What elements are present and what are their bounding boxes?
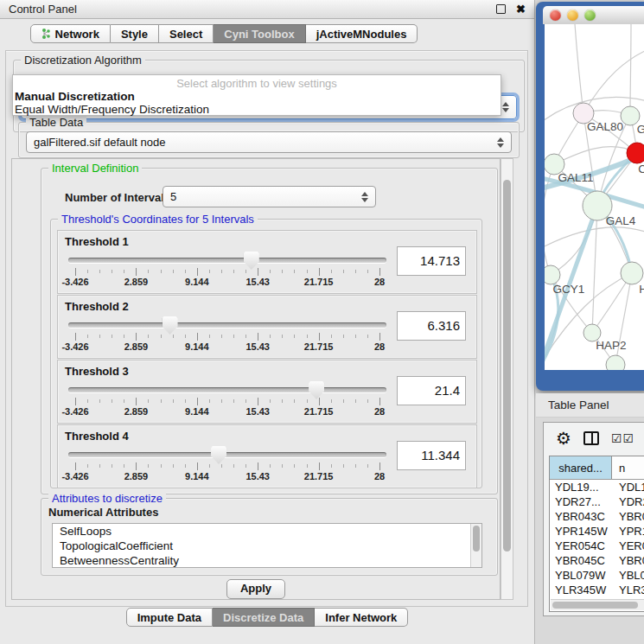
numerical-attributes-list[interactable]: SelfLoopsTopologicalCoefficientBetweenne… bbox=[52, 523, 482, 568]
network-node-c[interactable] bbox=[627, 143, 644, 163]
tab-style[interactable]: Style bbox=[111, 24, 159, 43]
network-window-titlebar bbox=[543, 6, 644, 24]
cell-name: YDR2 bbox=[612, 494, 644, 509]
split-columns-icon[interactable] bbox=[583, 431, 599, 445]
minimize-traffic-light-icon[interactable] bbox=[567, 10, 578, 21]
threshold-value-field[interactable]: 14.713 bbox=[397, 246, 466, 276]
attributes-title: Attributes to discretize bbox=[48, 492, 166, 505]
threshold-slider-1[interactable]: -3.4262.8599.14415.4321.71528 bbox=[68, 252, 386, 291]
network-node-gcy1[interactable] bbox=[545, 265, 560, 284]
algorithm-option-equal-width-frequency-discretization[interactable]: Equal Width/Frequency Discretization bbox=[13, 103, 501, 116]
table-row[interactable]: YLR345WYLR3 bbox=[550, 583, 644, 597]
slider-thumb[interactable] bbox=[211, 446, 226, 464]
table-panel-window: ⚙ ☑☑ shared... n YDL19...YDL1YDR27...YDR… bbox=[543, 422, 644, 616]
tab-label: Network bbox=[55, 28, 99, 41]
threshold-value-field[interactable]: 11.344 bbox=[397, 441, 466, 470]
number-of-intervals-label: Number of Intervals bbox=[65, 191, 170, 204]
slider-scale-labels: -3.4262.8599.14415.4321.71528 bbox=[75, 406, 379, 418]
table-row[interactable]: YBR045CYBR0 bbox=[550, 553, 644, 568]
slider-thumb[interactable] bbox=[163, 316, 178, 335]
apply-button[interactable]: Apply bbox=[226, 579, 285, 599]
network-edge[interactable] bbox=[592, 206, 597, 333]
network-edge[interactable] bbox=[545, 227, 644, 251]
attribute-item-topologicalcoefficient[interactable]: TopologicalCoefficient bbox=[53, 539, 481, 553]
attribute-item-selfloops[interactable]: SelfLoops bbox=[53, 524, 481, 539]
threshold-label: Threshold 1 bbox=[65, 235, 129, 248]
float-window-icon[interactable] bbox=[496, 4, 506, 14]
table-row[interactable]: YER054CYER0 bbox=[550, 539, 644, 553]
algorithm-options: Manual DiscretizationEqual Width/Frequen… bbox=[13, 90, 501, 116]
cell-name: YER0 bbox=[612, 539, 644, 553]
cell-shared-name: YER054C bbox=[550, 539, 612, 553]
node-attribute-table[interactable]: shared... n YDL19...YDL1YDR27...YDR2YBR0… bbox=[549, 456, 644, 612]
tab-impute-data[interactable]: Impute Data bbox=[126, 608, 213, 627]
network-edge[interactable] bbox=[575, 24, 583, 113]
network-node-h[interactable] bbox=[621, 262, 643, 284]
tab-cyni-toolbox[interactable]: Cyni Toolbox bbox=[214, 24, 305, 43]
tab-network[interactable]: Network bbox=[30, 24, 111, 43]
cell-name: YBR0 bbox=[612, 509, 644, 524]
slider-thumb[interactable] bbox=[244, 252, 259, 270]
number-of-intervals-combobox[interactable]: 5 bbox=[163, 186, 376, 207]
table-row[interactable]: YDR27...YDR2 bbox=[550, 494, 644, 509]
app-root: Control Panel ✖ NetworkStyleSelectCyni T… bbox=[0, 0, 644, 644]
network-edge[interactable] bbox=[583, 48, 644, 113]
zoom-traffic-light-icon[interactable] bbox=[584, 10, 596, 21]
close-traffic-light-icon[interactable] bbox=[550, 10, 561, 21]
table-row[interactable]: YBL079WYBL0 bbox=[550, 568, 644, 583]
tab-label: Style bbox=[121, 28, 148, 41]
scale-label: 2.859 bbox=[124, 277, 149, 287]
network-edge[interactable] bbox=[630, 24, 631, 116]
slider-track[interactable] bbox=[68, 322, 386, 328]
attributes-scrollbar[interactable] bbox=[470, 524, 481, 567]
slider-track[interactable] bbox=[68, 387, 386, 392]
slider-track[interactable] bbox=[68, 452, 386, 457]
network-node[interactable] bbox=[606, 355, 625, 370]
tab-label: Cyni Toolbox bbox=[224, 28, 294, 41]
scale-label: -3.426 bbox=[61, 471, 88, 481]
stepper-arrows-icon bbox=[361, 192, 368, 202]
scale-label: 2.859 bbox=[124, 406, 149, 417]
algorithm-option-manual-discretization[interactable]: Manual Discretization bbox=[13, 90, 501, 103]
threshold-slider-2[interactable]: -3.4262.8599.14415.4321.71528 bbox=[68, 316, 386, 356]
tab-infer-network[interactable]: Infer Network bbox=[315, 608, 408, 627]
scale-label: 9.144 bbox=[185, 406, 209, 417]
table-panel-title: Table Panel bbox=[548, 399, 609, 411]
cell-name: YLR3 bbox=[612, 583, 644, 597]
scale-label: 28 bbox=[374, 341, 385, 352]
column-header-name[interactable]: n bbox=[612, 456, 644, 479]
network-node-label: GAL11 bbox=[558, 171, 593, 184]
gear-icon[interactable]: ⚙ bbox=[556, 430, 571, 447]
column-header-shared[interactable]: shared... bbox=[550, 456, 612, 479]
threshold-value-field[interactable]: 21.4 bbox=[397, 376, 466, 405]
algorithm-hint-option[interactable]: Select algorithm to view settings bbox=[13, 77, 501, 90]
table-row[interactable]: YBR043CYBR0 bbox=[550, 509, 644, 524]
cell-shared-name: YPR145W bbox=[550, 524, 612, 539]
scale-label: 15.43 bbox=[245, 406, 270, 417]
close-icon[interactable]: ✖ bbox=[516, 3, 526, 15]
network-node-label: GAL4 bbox=[606, 214, 636, 227]
table-row[interactable]: YDL19...YDL1 bbox=[550, 480, 644, 494]
threshold-slider-4[interactable]: -3.4262.8599.14415.4321.71528 bbox=[68, 446, 386, 486]
cyni-toolbox-panel: Discretization Algorithm Table Data galF… bbox=[5, 50, 528, 607]
table-horizontal-scrollbar[interactable] bbox=[551, 599, 644, 610]
slider-thumb[interactable] bbox=[309, 381, 324, 399]
threshold-value-field[interactable]: 6.316 bbox=[397, 311, 466, 341]
settings-scroll-area: Interval Definition Number of Intervals … bbox=[11, 158, 501, 600]
tab-jactivemnodules[interactable]: jActiveMNodules bbox=[306, 24, 418, 43]
threshold-panel-2: Threshold 2-3.4262.8599.14415.4321.71528… bbox=[57, 295, 477, 359]
checkbox-icons[interactable]: ☑☑ bbox=[611, 432, 634, 444]
slider-ticks bbox=[75, 462, 379, 471]
table-data-combobox[interactable]: galFiltered.sif default node bbox=[26, 131, 512, 153]
tab-label: jActiveMNodules bbox=[316, 28, 407, 41]
threshold-slider-3[interactable]: -3.4262.8599.14415.4321.71528 bbox=[68, 381, 386, 421]
slider-track[interactable] bbox=[68, 258, 386, 263]
settings-vertical-scrollbar[interactable] bbox=[501, 158, 513, 600]
tab-discretize-data[interactable]: Discretize Data bbox=[213, 608, 315, 627]
attribute-item-betweennesscentrality[interactable]: BetweennessCentrality bbox=[53, 553, 481, 568]
tab-select[interactable]: Select bbox=[159, 24, 214, 43]
slider-ticks bbox=[75, 398, 379, 406]
table-header-row: shared... n bbox=[550, 456, 644, 480]
table-row[interactable]: YPR145WYPR1 bbox=[550, 524, 644, 539]
network-canvas[interactable]: GAL80GCGAL11GAL4GCY1HHAP2 bbox=[545, 24, 644, 370]
